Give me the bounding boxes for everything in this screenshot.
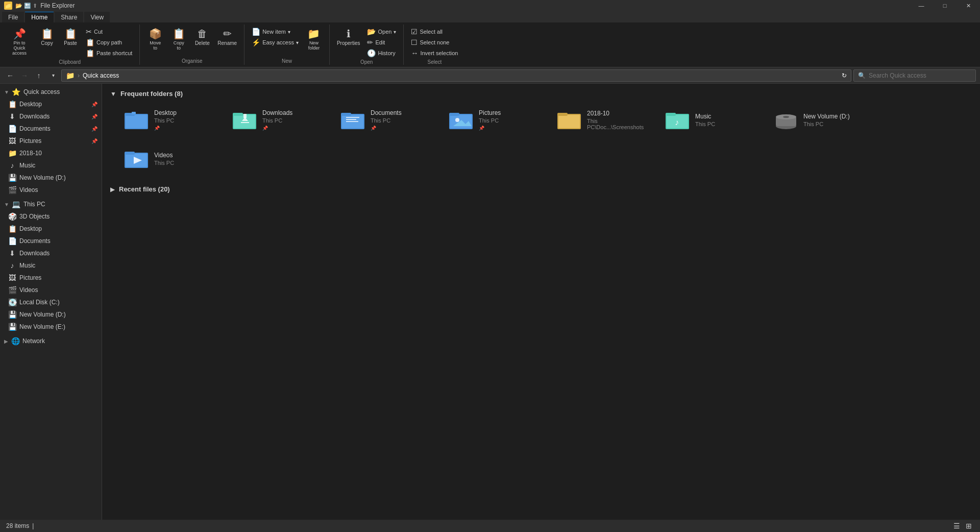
- sidebar-item-music[interactable]: ♪ Music: [4, 159, 102, 172]
- open-button[interactable]: 📂 Open ▾: [364, 27, 399, 37]
- new-volume-e-label: New Volume (E:): [19, 323, 65, 330]
- search-input[interactable]: [869, 72, 971, 79]
- ribbon-group-open: ℹ Properties 📂 Open ▾ ✏ Edit 🕐 History: [330, 25, 404, 65]
- address-refresh-icon[interactable]: ↻: [842, 72, 847, 79]
- item-count: 28 items: [6, 522, 29, 529]
- copy-button[interactable]: 📋 Copy: [36, 27, 58, 48]
- search-bar[interactable]: 🔍: [853, 69, 976, 82]
- paste-button[interactable]: 📋 Paste: [59, 27, 82, 48]
- folder-path-desktop: This PC: [154, 117, 177, 124]
- pictures-pin: 📌: [91, 138, 97, 144]
- close-button[interactable]: ✕: [957, 0, 980, 11]
- folder-item-2018-10[interactable]: 2018-10 This PC\Doc...\Screenshots: [553, 104, 655, 136]
- new-folder-button[interactable]: 📁 New folder: [303, 27, 325, 53]
- svg-rect-34: [125, 152, 135, 155]
- folder-item-new-volume-d[interactable]: New Volume (D:) This PC: [770, 104, 872, 136]
- tab-share[interactable]: Share: [55, 12, 83, 22]
- pin-to-quick-access-button[interactable]: 📌 Pin to Quick access: [4, 27, 35, 58]
- forward-button[interactable]: →: [18, 69, 31, 82]
- frequent-folders-title: Frequent folders (8): [120, 90, 183, 98]
- sidebar-item-desktop[interactable]: 📋 Desktop 📌: [4, 98, 102, 110]
- sidebar-item-videos[interactable]: 🎬 Videos: [4, 184, 102, 196]
- sidebar-item-new-volume-d[interactable]: 💾 New Volume (D:): [4, 172, 102, 184]
- network-chevron: ▶: [4, 338, 8, 344]
- folder-item-documents[interactable]: Documents This PC 📌: [337, 104, 439, 136]
- select-all-icon: ☑: [411, 28, 418, 36]
- folder-item-pictures[interactable]: Pictures This PC 📌: [445, 104, 547, 136]
- cut-button[interactable]: ✂ Cut: [83, 27, 135, 37]
- folder-pin-desktop: 📌: [154, 126, 177, 131]
- copy-path-button[interactable]: 📋 Copy path: [83, 37, 135, 47]
- address-bar[interactable]: 📁 › Quick access ↻: [61, 69, 851, 82]
- properties-button[interactable]: ℹ Properties: [334, 27, 363, 48]
- ribbon-group-clipboard: 📌 Pin to Quick access 📋 Copy 📋 Paste ✂ C…: [0, 25, 140, 65]
- sidebar-item-downloads[interactable]: ⬇ Downloads 📌: [4, 110, 102, 123]
- folder-item-downloads[interactable]: Downloads This PC 📌: [229, 104, 331, 136]
- sidebar-item-local-disk-c[interactable]: 💽 Local Disk (C:): [4, 296, 102, 308]
- sidebar-item-new-volume-e[interactable]: 💾 New Volume (E:): [4, 321, 102, 333]
- paste-shortcut-button[interactable]: 📋 Paste shortcut: [83, 48, 135, 58]
- rename-icon: ✏: [223, 29, 232, 39]
- edit-button[interactable]: ✏ Edit: [364, 37, 399, 47]
- sidebar-item-quick-access[interactable]: ▼ ⭐ Quick access: [0, 86, 102, 98]
- details-view-button[interactable]: ☰: [951, 521, 962, 531]
- recent-files-header[interactable]: ▶ Recent files (20): [110, 185, 972, 193]
- sidebar-item-this-pc[interactable]: ▼ 💻 This PC: [0, 198, 102, 210]
- folder-name-videos: Videos: [154, 152, 174, 159]
- sidebar-item-network[interactable]: ▶ 🌐 Network: [0, 335, 102, 347]
- minimize-button[interactable]: —: [910, 0, 933, 11]
- ribbon-tabs: File Home Share View: [0, 11, 980, 22]
- ribbon-group-organise: 📦 Move to 📋 Copy to 🗑 Delete ✏ Rename Or…: [140, 25, 244, 65]
- large-icons-view-button[interactable]: ⊞: [964, 521, 974, 531]
- sidebar-item-desktop-pc[interactable]: 📋 Desktop: [4, 223, 102, 235]
- tab-file[interactable]: File: [2, 12, 24, 22]
- invert-selection-button[interactable]: ↔ Invert selection: [408, 48, 461, 58]
- back-button[interactable]: ←: [4, 69, 16, 82]
- frequent-folders-grid: Desktop This PC 📌: [110, 104, 972, 175]
- new-items: 📄 New item ▾ ⚡ Easy access ▾ 📁 New folde…: [249, 25, 325, 57]
- sidebar-item-pictures[interactable]: 🖼 Pictures 📌: [4, 135, 102, 147]
- folder-info-new-volume-d: New Volume (D:) This PC: [803, 113, 850, 127]
- sidebar-item-pictures-pc[interactable]: 🖼 Pictures: [4, 272, 102, 284]
- move-to-button[interactable]: 📦 Move to: [144, 27, 166, 53]
- folder-path-music: This PC: [695, 121, 715, 127]
- status-right: ☰ ⊞: [951, 521, 974, 531]
- folder-info-videos: Videos This PC: [154, 152, 174, 166]
- easy-access-button[interactable]: ⚡ Easy access ▾: [249, 37, 302, 47]
- sidebar-item-videos-pc[interactable]: 🎬 Videos: [4, 284, 102, 296]
- sidebar: ▼ ⭐ Quick access 📋 Desktop 📌 ⬇ Downloads…: [0, 84, 102, 520]
- svg-rect-8: [243, 114, 247, 118]
- folder-item-music[interactable]: ♪ Music This PC: [662, 104, 764, 136]
- folder-path-2018-10: This PC\Doc...\Screenshots: [587, 118, 651, 130]
- svg-rect-22: [558, 115, 580, 128]
- sidebar-item-documents-pc[interactable]: 📄 Documents: [4, 235, 102, 247]
- sidebar-item-2018-10[interactable]: 📁 2018-10: [4, 147, 102, 159]
- copy-path-icon: 📋: [86, 38, 94, 46]
- sidebar-item-music-pc[interactable]: ♪ Music: [4, 259, 102, 272]
- select-none-button[interactable]: ☐ Select none: [408, 37, 461, 47]
- folder-item-videos[interactable]: Videos This PC: [120, 142, 223, 175]
- sidebar-item-documents[interactable]: 📄 Documents 📌: [4, 123, 102, 135]
- maximize-button[interactable]: □: [933, 0, 957, 11]
- recent-locations-button[interactable]: ▾: [47, 69, 59, 82]
- copy-to-button[interactable]: 📋 Copy to: [167, 27, 190, 53]
- new-item-icon: 📄: [252, 28, 260, 36]
- rename-button[interactable]: ✏ Rename: [214, 27, 240, 48]
- frequent-folders-header[interactable]: ▼ Frequent folders (8): [110, 90, 972, 98]
- sidebar-item-downloads-pc[interactable]: ⬇ Downloads: [4, 247, 102, 259]
- sidebar-item-3d-objects[interactable]: 🎲 3D Objects: [4, 210, 102, 223]
- history-button[interactable]: 🕐 History: [364, 48, 399, 58]
- quick-access-chevron: ▼: [4, 89, 9, 95]
- select-all-button[interactable]: ☑ Select all: [408, 27, 461, 37]
- delete-button[interactable]: 🗑 Delete: [191, 27, 213, 48]
- tab-view[interactable]: View: [84, 12, 110, 22]
- 2018-10-label: 2018-10: [19, 150, 42, 157]
- folder-item-desktop[interactable]: Desktop This PC 📌: [120, 104, 223, 136]
- new-item-button[interactable]: 📄 New item ▾: [249, 27, 302, 37]
- sidebar-item-new-volume-d2[interactable]: 💾 New Volume (D:): [4, 308, 102, 321]
- up-button[interactable]: ↑: [33, 69, 45, 82]
- folder-pin-pictures: 📌: [479, 126, 501, 131]
- easy-access-icon: ⚡: [252, 38, 260, 46]
- tab-home[interactable]: Home: [25, 12, 54, 22]
- 2018-10-icon: 📁: [8, 149, 16, 157]
